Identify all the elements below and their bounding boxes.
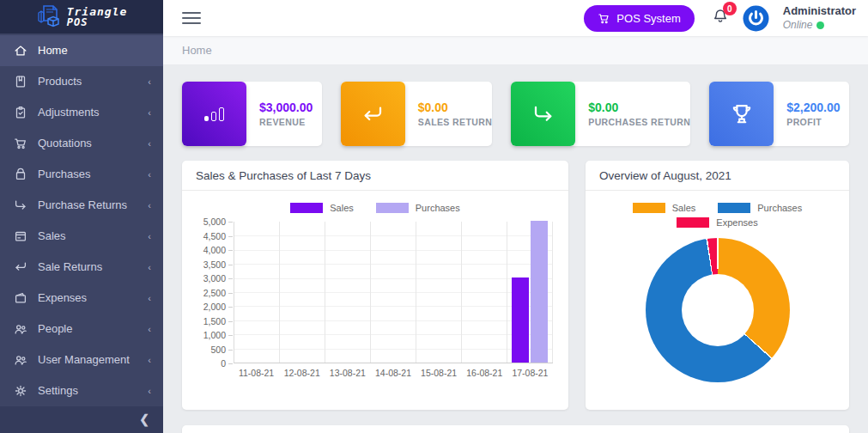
user-status: Online — [783, 19, 856, 32]
sidebar-item-expenses[interactable]: Expenses‹ — [0, 283, 163, 314]
bar-chart-y-axis: 5,0004,5004,0003,5003,0002,5002,0001,500… — [197, 222, 234, 363]
y-tick-label: 4,000 — [203, 245, 226, 255]
bar-chart-legend: SalesPurchases — [197, 203, 553, 213]
sidebar-nav: HomeProducts‹Adjustments‹Quotations‹Purc… — [0, 34, 163, 406]
sidebar-item-purchases[interactable]: Purchases‹ — [0, 159, 163, 190]
wallet-icon — [13, 290, 28, 306]
stat-label: SALES RETURN — [418, 117, 492, 127]
logo-line-2: POS — [67, 17, 128, 27]
sidebar-item-people[interactable]: People‹ — [0, 314, 163, 345]
sidebar-item-sale-returns[interactable]: Sale Returns‹ — [0, 252, 163, 283]
sidebar-item-label: Sales — [38, 229, 148, 242]
x-tick-label: 14-08-21 — [370, 368, 416, 378]
sidebar-collapse-button[interactable]: ❮ — [0, 406, 163, 433]
return-left-icon — [13, 259, 28, 275]
sidebar-item-home[interactable]: Home — [0, 35, 163, 66]
stat-cards-row: $3,000.00REVENUE$0.00SALES RETURN$0.00PU… — [182, 82, 849, 146]
stat-label: PROFIT — [786, 117, 840, 127]
sidebar-item-products[interactable]: Products‹ — [0, 66, 163, 97]
donut-chart-card: Overview of August, 2021 SalesPurchasesE… — [586, 161, 849, 410]
y-tick-label: 1,500 — [203, 316, 226, 326]
chevron-left-icon: ‹ — [148, 169, 151, 180]
bar-category-12-08-21 — [280, 222, 325, 363]
stat-value: $2,200.00 — [786, 101, 840, 114]
y-tick-label: 5,000 — [203, 216, 226, 227]
sidebar-item-label: Products — [38, 75, 148, 88]
bar-category-16-08-21 — [462, 222, 507, 363]
bar-category-15-08-21 — [416, 222, 462, 363]
user-info[interactable]: Administrator Online — [783, 4, 856, 31]
sidebar-item-label: People — [38, 322, 148, 335]
sidebar-item-adjustments[interactable]: Adjustments‹ — [0, 97, 163, 128]
topbar-right: POS System 0 Admi — [584, 4, 856, 31]
bar-chart-card: Sales & Purchases of Last 7 Days SalesPu… — [182, 161, 568, 410]
sidebar-item-label: Settings — [38, 384, 148, 397]
sidebar-item-settings[interactable]: Settings‹ — [0, 375, 163, 406]
chevron-left-icon: ‹ — [148, 355, 151, 365]
legend-item-sales[interactable]: Sales — [290, 203, 354, 213]
chevron-left-icon: ‹ — [148, 386, 151, 396]
sidebar-item-label: Sale Returns — [38, 260, 148, 273]
stat-value: $0.00 — [418, 101, 492, 114]
stat-value: $3,000.00 — [259, 101, 313, 114]
user-avatar-power-icon[interactable] — [743, 5, 769, 32]
y-tick-label: 500 — [210, 345, 226, 355]
sidebar-item-label: Purchase Returns — [38, 198, 148, 211]
stat-value: $0.00 — [588, 101, 690, 114]
app-root: Triangle POS HomeProducts‹Adjustments‹Qu… — [0, 0, 868, 433]
users-icon — [13, 321, 28, 337]
register-icon — [13, 229, 28, 244]
chevron-left-icon: ❮ — [139, 412, 149, 426]
pos-system-button[interactable]: POS System — [584, 5, 694, 32]
sidebar-item-user-management[interactable]: User Management‹ — [0, 345, 163, 375]
legend-item-sales[interactable]: Sales — [633, 203, 696, 213]
sidebar-item-sales[interactable]: Sales‹ — [0, 221, 163, 252]
online-status-dot — [816, 21, 824, 29]
legend-item-expenses[interactable]: Expenses — [677, 217, 757, 228]
sidebar-item-label: Adjustments — [38, 106, 148, 119]
legend-item-purchases[interactable]: Purchases — [718, 203, 802, 213]
notifications-bell[interactable]: 0 — [712, 8, 729, 28]
sidebar-item-label: User Management — [38, 353, 148, 366]
y-tick-label: 4,500 — [203, 231, 226, 241]
breadcrumb: Home — [163, 36, 868, 65]
sidebar-item-quotations[interactable]: Quotations‹ — [0, 128, 163, 159]
breadcrumb-home-link[interactable]: Home — [182, 44, 212, 57]
bar-purchases-17-08-21 — [531, 221, 548, 363]
hamburger-menu-icon[interactable] — [182, 12, 201, 24]
stat-label: REVENUE — [259, 117, 313, 127]
y-tick-label: 3,500 — [203, 259, 226, 270]
stat-card-profit: $2,200.00PROFIT — [709, 82, 849, 146]
chevron-left-icon: ‹ — [148, 107, 151, 118]
donut-chart — [646, 238, 790, 382]
bottom-card-partial — [182, 425, 849, 433]
y-tick-label: 2,000 — [203, 302, 226, 312]
x-tick-label: 16-08-21 — [462, 368, 507, 378]
chevron-left-icon: ‹ — [148, 138, 151, 149]
legend-swatch — [376, 203, 409, 213]
x-tick-label: 15-08-21 — [416, 368, 462, 378]
legend-swatch — [677, 217, 709, 228]
cart-icon — [13, 136, 28, 151]
users-icon — [13, 352, 28, 368]
x-tick-label: 12-08-21 — [279, 368, 325, 378]
sidebar-item-purchase-returns[interactable]: Purchase Returns‹ — [0, 190, 163, 221]
donut-chart-title: Overview of August, 2021 — [586, 161, 849, 191]
legend-swatch — [718, 203, 750, 213]
legend-item-purchases[interactable]: Purchases — [376, 203, 460, 213]
logo-text: Triangle POS — [67, 6, 128, 27]
logo[interactable]: Triangle POS — [0, 0, 163, 34]
bar-category-11-08-21 — [234, 222, 280, 363]
bar-chart-x-axis: 11-08-2112-08-2113-08-2114-08-2115-08-21… — [234, 368, 553, 378]
x-tick-label: 17-08-21 — [507, 368, 553, 378]
book-icon — [13, 74, 28, 89]
legend-swatch — [290, 203, 323, 213]
logo-icon — [36, 3, 62, 29]
bar-category-14-08-21 — [371, 222, 416, 363]
pos-system-label: POS System — [616, 12, 680, 25]
signal-bars-icon — [182, 82, 246, 146]
notification-badge: 0 — [723, 2, 737, 15]
x-tick-label: 13-08-21 — [325, 368, 370, 378]
sidebar-item-label: Expenses — [38, 291, 148, 304]
stat-card-purchases-return: $0.00PURCHASES RETURN — [511, 82, 690, 146]
